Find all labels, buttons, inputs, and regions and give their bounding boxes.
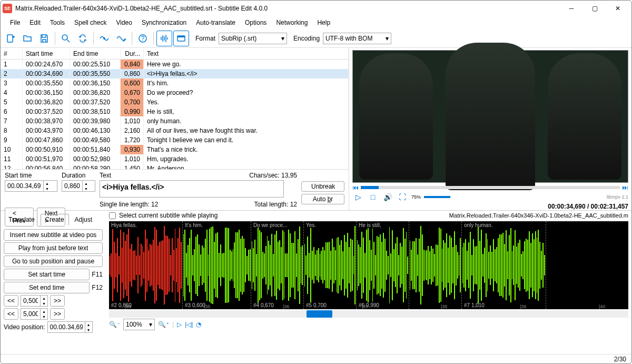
skip-fwd-icon[interactable]: ⏭ (622, 184, 628, 191)
zoom-in-icon[interactable]: 🔍⁺ (158, 321, 169, 328)
visual-sync-icon[interactable] (96, 31, 112, 46)
spellcheck-icon[interactable] (113, 31, 129, 46)
select-while-playing-checkbox[interactable] (109, 212, 116, 219)
col-end[interactable]: End time (70, 49, 121, 58)
waveform-scrollbar[interactable] (109, 310, 628, 318)
table-row[interactable]: 400:00:36,15000:00:36,8200,670Do we proc… (1, 88, 349, 97)
create-tabs: TranslateCreateAdjust (4, 214, 103, 225)
table-row[interactable]: 500:00:36,82000:00:37,5200,700Yes. (1, 97, 349, 107)
close-button[interactable]: ✕ (606, 1, 629, 16)
set-start-button[interactable]: Set start time (4, 269, 90, 280)
video-icon[interactable] (173, 31, 189, 46)
table-row[interactable]: 1200:00:56,84000:00:58,2901,450Mr. Ander… (1, 164, 349, 169)
agent-center (446, 43, 535, 190)
agent-right (548, 53, 621, 180)
help-icon[interactable]: ? (135, 31, 151, 46)
waveform-icon[interactable] (156, 31, 172, 46)
nudge-back-1[interactable]: << (4, 295, 18, 307)
subtitle-text-input[interactable]: <i>Hiya fellas.</i> (100, 180, 284, 198)
wave-loop-icon[interactable]: |◁| (185, 321, 193, 328)
toolbar: ? Format SubRip (.srt)▾ Encoding UTF-8 w… (1, 29, 631, 48)
menu-auto-translate[interactable]: Auto-translate (192, 18, 240, 27)
start-time-input[interactable]: ▲▼ (5, 180, 57, 192)
menu-edit[interactable]: Edit (25, 18, 45, 27)
waveform-filename: Matrix.Reloaded.Trailer-640x346-XviD-1.0… (449, 212, 628, 219)
col-number[interactable]: # (1, 49, 23, 58)
minimize-button[interactable]: ─ (560, 1, 583, 16)
wave-speed-icon[interactable]: ◔ (196, 321, 201, 328)
status-counter: 2/30 (614, 356, 626, 363)
vidpos-label: Video position: (4, 323, 45, 331)
play-icon[interactable]: ▷ (352, 191, 364, 203)
window-title: Matrix.Reloaded.Trailer-640x346-XviD-1.0… (15, 5, 560, 12)
nudge-fwd-2[interactable]: >> (50, 308, 65, 320)
table-row[interactable]: 100:00:24,67000:00:25,5100,840Here we go… (1, 60, 349, 69)
menu-options[interactable]: Options (241, 18, 271, 27)
table-row[interactable]: 200:00:34,69000:00:35,5500,860<i>Hiya fe… (1, 69, 349, 78)
svg-text:?: ? (141, 35, 145, 42)
svg-point-3 (62, 35, 67, 40)
subtitle-list[interactable]: 100:00:24,67000:00:25,5100,840Here we go… (1, 60, 349, 169)
nudge-2-input[interactable]: ▲▼ (21, 308, 48, 320)
menu-spell-check[interactable]: Spell check (70, 18, 111, 27)
zoom-out-icon[interactable]: 🔍⁻ (109, 321, 120, 328)
encoding-select[interactable]: UTF-8 with BOM▾ (323, 33, 391, 44)
table-row[interactable]: 800:00:43,97000:00:46,1302,160All of our… (1, 126, 349, 135)
table-row[interactable]: 1100:00:51,97000:00:52,9801,010Hm, upgra… (1, 154, 349, 164)
table-row[interactable]: 700:00:38,97000:00:39,9801,010only human… (1, 116, 349, 126)
volume-label: 75% (411, 194, 421, 200)
volume-slider[interactable] (424, 196, 450, 198)
nudge-fwd-1[interactable]: >> (50, 295, 65, 307)
play-before-button[interactable]: Play from just before text (4, 242, 103, 254)
video-time: 00:00:34,690 / 00:02:31,457 (548, 203, 628, 210)
menu-synchronization[interactable]: Synchronization (137, 18, 191, 27)
table-row[interactable]: 300:00:35,55000:00:36,1500,600It's him. (1, 78, 349, 88)
nudge-back-2[interactable]: << (4, 308, 18, 320)
goto-sub-button[interactable]: Go to sub position and pause (4, 255, 103, 267)
save-icon[interactable] (36, 31, 52, 46)
menu-video[interactable]: Video (112, 18, 136, 27)
col-text[interactable]: Text (144, 49, 349, 58)
duration-input[interactable]: ▲▼ (62, 180, 95, 192)
stop-icon[interactable]: □ (367, 191, 379, 203)
autobr-button[interactable]: Auto br (301, 194, 344, 204)
new-icon[interactable] (3, 31, 18, 46)
total-length-label: Total length: 12 (254, 201, 297, 208)
duration-label: Duration (62, 172, 95, 179)
video-preview[interactable]: Hiya fellas. (352, 50, 628, 183)
skip-back-icon[interactable]: ⏮ (352, 184, 359, 191)
encoding-label: Encoding (293, 35, 320, 42)
fullscreen-icon[interactable]: ⛶ (397, 191, 408, 203)
nudge-1-input[interactable]: ▲▼ (21, 295, 48, 307)
unbreak-button[interactable]: Unbreak (301, 181, 344, 192)
col-start[interactable]: Start time (23, 49, 70, 58)
table-row[interactable]: 900:00:47,86000:00:49,5801,720Tonight I … (1, 135, 349, 145)
zoom-select[interactable]: 100%▾ (123, 319, 155, 330)
menu-networking[interactable]: Networking (272, 18, 312, 27)
table-row[interactable]: 600:00:37,52000:00:38,5100,990He is stil… (1, 107, 349, 116)
tab-adjust[interactable]: Adjust (70, 214, 97, 225)
start-time-label: Start time (5, 172, 57, 179)
vidpos-input[interactable]: ▲▼ (47, 321, 93, 333)
waveform[interactable]: Hiya fellas.#2 0,860It's him.#3 0,600Do … (109, 221, 628, 309)
select-while-playing-label: Select current subtitle while playing (119, 212, 218, 219)
svg-point-5 (103, 37, 105, 40)
open-icon[interactable] (19, 31, 35, 46)
maximize-button[interactable]: ▢ (583, 1, 606, 16)
format-select[interactable]: SubRip (.srt)▾ (219, 33, 287, 44)
replace-icon[interactable] (75, 31, 91, 46)
volume-icon[interactable]: 🔊 (382, 191, 393, 203)
wave-play-icon[interactable]: ▷ (177, 321, 182, 328)
menu-help[interactable]: Help (313, 18, 334, 27)
col-duration[interactable]: Dur... (121, 49, 144, 58)
tab-translate[interactable]: Translate (4, 214, 39, 225)
set-end-button[interactable]: Set end time (4, 282, 90, 293)
menu-file[interactable]: File (6, 18, 24, 27)
find-icon[interactable] (58, 31, 74, 46)
table-row[interactable]: 1000:00:50,91000:00:51,8400,930That's a … (1, 145, 349, 154)
text-label: Text (100, 172, 111, 179)
menu-tools[interactable]: Tools (46, 18, 69, 27)
tab-create[interactable]: Create (41, 214, 69, 225)
video-progress[interactable] (361, 186, 620, 189)
insert-subtitle-button[interactable]: Insert new subtitle at video pos (4, 229, 103, 241)
